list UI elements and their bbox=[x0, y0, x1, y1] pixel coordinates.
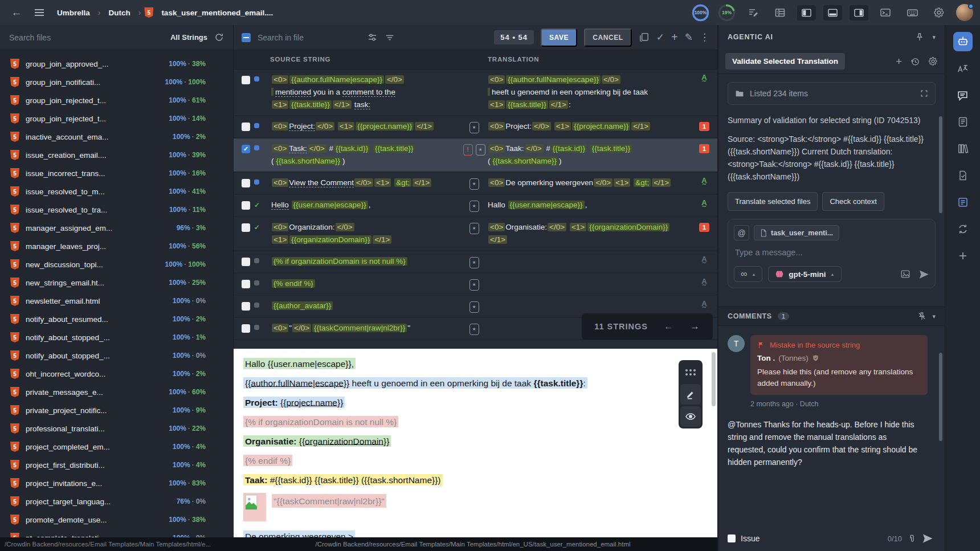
translation-cell[interactable]: <0>Organisatie:</0> <1>{{organizationDom… bbox=[488, 221, 691, 246]
string-row[interactable]: {% endif %}★A∼ bbox=[234, 274, 717, 296]
send-comment-icon[interactable] bbox=[922, 533, 933, 544]
file-list-item[interactable]: 5notify_about_resumed...100%·2% bbox=[0, 310, 233, 328]
file-list-item[interactable]: 5professional_translati...100%·22% bbox=[0, 419, 233, 438]
expand-icon[interactable] bbox=[920, 89, 928, 97]
string-checkbox[interactable] bbox=[242, 201, 250, 210]
side-by-side-view-button[interactable] bbox=[770, 3, 790, 22]
search-files-input[interactable]: Search files bbox=[9, 33, 51, 42]
string-row[interactable]: ✓<0>Task:</0> #{{task.id}} {{task.title}… bbox=[234, 138, 717, 173]
collapse-panel-icon[interactable]: ▾ bbox=[932, 34, 936, 41]
file-list-item[interactable]: 5manager_assigned_em...96%·3% bbox=[0, 219, 233, 237]
add-string-icon[interactable]: + bbox=[671, 31, 678, 44]
layout-bottom-panel-button[interactable] bbox=[823, 5, 842, 21]
qa-check-icon[interactable]: A∼ bbox=[701, 279, 707, 287]
pin-panel-button[interactable] bbox=[915, 32, 924, 42]
source-string-cell[interactable]: {{author_avatar}} bbox=[271, 300, 460, 312]
approved-progress-ring[interactable]: 19% bbox=[717, 3, 736, 22]
string-checkbox[interactable] bbox=[242, 76, 250, 84]
send-message-icon[interactable] bbox=[918, 269, 929, 280]
file-list-item[interactable]: 5issue_resolved_to_tra...100%·11% bbox=[0, 201, 233, 219]
screenshot-context-icon[interactable]: ★ bbox=[469, 122, 479, 133]
screenshot-context-icon[interactable]: ★ bbox=[469, 223, 479, 234]
source-string-cell[interactable]: <0>"</0>{{taskComment|raw|nl2br}}" bbox=[271, 322, 460, 334]
file-list-item[interactable]: 5new_strings_email.ht...100%·25% bbox=[0, 274, 233, 292]
string-checkbox[interactable] bbox=[242, 123, 250, 131]
translate-selected-files-button[interactable]: Translate selected files bbox=[728, 192, 818, 211]
file-list-item[interactable]: 5group_join_rejected_t...100%·14% bbox=[0, 109, 233, 128]
preview-visibility-button[interactable] bbox=[680, 406, 701, 427]
qa-check-icon[interactable]: A∼ bbox=[701, 178, 707, 186]
file-list-item[interactable]: 5issue_creation_email....100%·39% bbox=[0, 146, 233, 164]
ai-tab-validate[interactable]: Validate Selected Translation bbox=[725, 53, 845, 70]
string-checkbox[interactable] bbox=[242, 179, 250, 187]
preview-drag-handle[interactable] bbox=[680, 362, 701, 382]
search-in-file-input[interactable]: Search in file bbox=[258, 33, 360, 42]
source-string-cell[interactable]: <0>View the Comment</0><1> &gt;</1> bbox=[271, 177, 460, 189]
comment-author[interactable]: Ton . bbox=[757, 354, 775, 362]
approve-icon[interactable]: ✓ bbox=[656, 31, 664, 43]
strings-filter-dropdown[interactable]: All Strings bbox=[170, 33, 207, 42]
file-list-item[interactable]: 5group_join_approved_...100%·38% bbox=[0, 55, 233, 73]
file-list-item[interactable]: 5pt_complete_translati...100%·0% bbox=[0, 529, 233, 537]
source-string-cell[interactable]: <0>Project:</0> <1>{{project.name}}</1> bbox=[271, 120, 460, 133]
translation-cell[interactable]: <0>{{author.fullName|escape}}</0>heeft u… bbox=[488, 74, 691, 111]
translated-progress-ring[interactable]: 100% bbox=[691, 3, 710, 22]
screenshot-context-icon[interactable]: ★ bbox=[469, 324, 479, 335]
ai-scrollbar-thumb[interactable] bbox=[939, 116, 942, 213]
qa-issues-badge[interactable]: 1 bbox=[699, 122, 709, 131]
filter-icon[interactable] bbox=[385, 32, 395, 43]
qa-check-icon[interactable]: A∼ bbox=[701, 75, 707, 83]
new-chat-icon[interactable]: + bbox=[896, 55, 902, 68]
comment-card[interactable]: Mistake in the source string Ton . (Tonn… bbox=[750, 335, 928, 395]
add-panel-button[interactable] bbox=[953, 246, 973, 266]
cancel-button[interactable]: CANCEL bbox=[584, 28, 632, 47]
proofread-mode-button[interactable] bbox=[744, 3, 763, 22]
string-row[interactable]: <0>Project:</0> <1>{{project.name}}</1>★… bbox=[234, 116, 717, 138]
translation-cell[interactable]: <0>De opmerking weergeven</0><1> &gt;</1… bbox=[488, 177, 691, 189]
context-panel-button[interactable] bbox=[953, 112, 973, 132]
history-icon[interactable] bbox=[910, 56, 920, 67]
string-row[interactable]: <0>{{author.fullName|escape}}</0>mention… bbox=[234, 70, 717, 116]
qa-check-icon[interactable]: A∼ bbox=[701, 257, 707, 264]
main-menu-button[interactable] bbox=[30, 3, 49, 22]
comments-button[interactable] bbox=[953, 85, 973, 105]
string-row[interactable]: ✓<0>Organization:</0><1>{{organizationDo… bbox=[234, 217, 717, 251]
comments-scrollbar-thumb[interactable] bbox=[939, 353, 942, 441]
file-tasks-button[interactable] bbox=[953, 166, 973, 185]
qa-check-icon[interactable]: A∼ bbox=[701, 301, 707, 309]
source-string-cell[interactable]: <0>Task:</0> #{{task.id}} {{task.title}}… bbox=[271, 142, 460, 168]
translation-memory-button[interactable] bbox=[953, 193, 973, 212]
file-list-item[interactable]: 5project_invitations_e...100%·83% bbox=[0, 474, 233, 492]
file-list-item[interactable]: 5group_join_notificati...100%·100% bbox=[0, 73, 233, 91]
sync-button[interactable] bbox=[953, 219, 973, 239]
string-row[interactable]: ✓Hello {{user.name|escape}},★Hallo {{use… bbox=[234, 195, 717, 217]
file-list-item[interactable]: 5project_first_distributi...100%·4% bbox=[0, 456, 233, 474]
screenshot-context-icon[interactable]: ★ bbox=[469, 279, 479, 291]
message-input[interactable]: Type a message... bbox=[735, 248, 928, 257]
file-list-item[interactable]: 5group_join_rejected_t...100%·61% bbox=[0, 91, 233, 109]
layout-right-panel-button[interactable] bbox=[850, 5, 868, 21]
mention-button[interactable]: @ bbox=[734, 225, 749, 240]
tune-filters-icon[interactable] bbox=[367, 32, 378, 43]
file-list-item[interactable]: 5private_messages_e...100%·60% bbox=[0, 383, 233, 401]
file-list-item[interactable]: 5issue_incorrect_trans...100%·16% bbox=[0, 164, 233, 182]
file-list-item[interactable]: 5oht_incorrect_wordco...100%·2% bbox=[0, 365, 233, 383]
file-list-item[interactable]: 5project_target_languag...76%·0% bbox=[0, 492, 233, 511]
edit-icon[interactable]: ✎ bbox=[685, 31, 693, 43]
unpin-comments-button[interactable] bbox=[917, 312, 926, 321]
file-list-item[interactable]: 5manager_leaves_proj...100%·56% bbox=[0, 237, 233, 255]
file-list-item[interactable]: 5notify_about_stopped_...100%·1% bbox=[0, 328, 233, 346]
translation-cell[interactable]: <0>Taak:</0> #{{task.id}} {{task.title}}… bbox=[488, 142, 691, 168]
listed-items-card[interactable]: Listed 234 items bbox=[728, 82, 936, 105]
source-string-cell[interactable]: {% if organizationDomain is not null %} bbox=[271, 255, 460, 268]
context-mode-dropdown[interactable]: ∞ ▲ bbox=[734, 266, 762, 282]
breadcrumb-project[interactable]: Umbrella bbox=[57, 9, 90, 17]
breadcrumb-language[interactable]: Dutch bbox=[108, 9, 130, 17]
file-list-item[interactable]: 5issue_resolved_to_m...100%·41% bbox=[0, 182, 233, 201]
prev-page-icon[interactable]: ← bbox=[664, 321, 674, 332]
console-button[interactable] bbox=[876, 3, 895, 22]
file-list-item[interactable]: 5project_completed_em...100%·4% bbox=[0, 438, 233, 456]
string-checkbox[interactable] bbox=[242, 302, 250, 311]
file-list-item[interactable]: 5newsletter_email.html100%·0% bbox=[0, 292, 233, 310]
preview-edit-button[interactable] bbox=[680, 384, 701, 405]
